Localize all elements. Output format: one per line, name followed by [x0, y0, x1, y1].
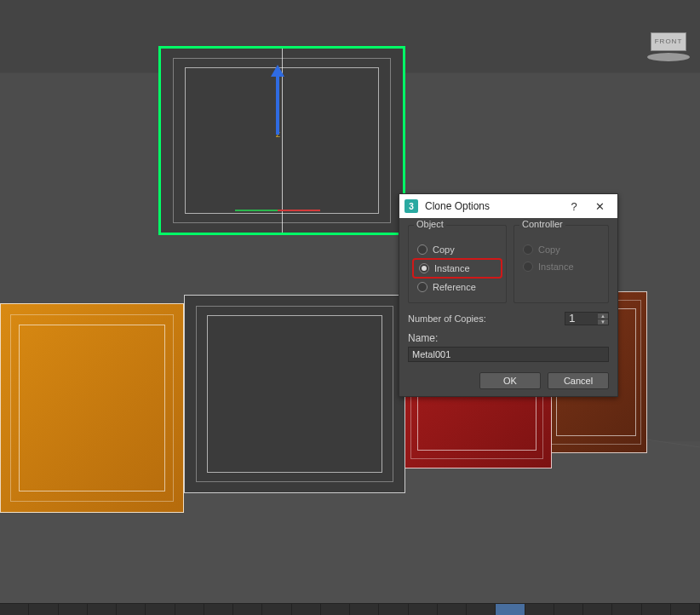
timeline-slot[interactable]: [0, 604, 29, 615]
timeline-slot[interactable]: [117, 604, 146, 615]
radio-label: Reference: [433, 282, 476, 292]
spinner-value[interactable]: [565, 313, 598, 325]
timeline-slot[interactable]: [175, 604, 204, 615]
input-name[interactable]: [408, 347, 609, 362]
radio-icon: [417, 244, 427, 255]
group-controller: Controller Copy Instance: [514, 225, 609, 303]
timeline-slot[interactable]: [88, 604, 117, 615]
dialog-titlebar[interactable]: 3 Clone Options ? ✕: [399, 194, 617, 218]
timeline-slot[interactable]: [409, 604, 438, 615]
group-legend-controller: Controller: [519, 219, 565, 229]
help-button[interactable]: ?: [561, 194, 587, 218]
timeline-slot[interactable]: [29, 604, 58, 615]
dialog-clone-options: 3 Clone Options ? ✕ Object Copy Instance: [399, 193, 618, 397]
close-button[interactable]: ✕: [587, 194, 612, 218]
scene-object-box-orange[interactable]: [0, 303, 184, 513]
radio-icon: [523, 244, 533, 255]
viewcube[interactable]: FRONT: [645, 31, 691, 61]
timeline-slot[interactable]: [262, 604, 291, 615]
radio-label: Copy: [538, 244, 560, 255]
group-legend-object: Object: [414, 219, 446, 229]
timeline-slot[interactable]: [438, 604, 467, 615]
timeline-slot[interactable]: [204, 604, 233, 615]
wire-edge: [282, 49, 283, 233]
timeline-marker[interactable]: [496, 604, 525, 615]
radio-label: Instance: [434, 263, 470, 273]
timeline-slot[interactable]: [642, 604, 671, 615]
timeline-slot[interactable]: [671, 604, 700, 615]
radio-icon: [523, 262, 533, 272]
timeline-slot[interactable]: [554, 604, 583, 615]
group-object: Object Copy Instance Reference: [408, 225, 507, 303]
timeline-slot[interactable]: [350, 604, 379, 615]
radio-object-copy[interactable]: Copy: [416, 241, 499, 258]
timeline-slot[interactable]: [59, 604, 88, 615]
timeline-slot[interactable]: [612, 604, 641, 615]
viewcube-compass[interactable]: [647, 53, 690, 61]
timeline-slot[interactable]: [233, 604, 262, 615]
timeline-slot[interactable]: [321, 604, 350, 615]
viewcube-face-front[interactable]: FRONT: [651, 32, 686, 51]
timeline-slot[interactable]: [146, 604, 175, 615]
radio-icon: [419, 263, 429, 273]
timeline-track[interactable]: [0, 603, 700, 615]
dialog-button-bar: OK Cancel: [399, 367, 617, 398]
radio-controller-instance: Instance: [521, 258, 601, 275]
timeline-slot[interactable]: [583, 604, 612, 615]
dialog-body: Object Copy Instance Reference: [399, 218, 617, 367]
radio-object-reference[interactable]: Reference: [416, 279, 499, 296]
timeline-slot[interactable]: [292, 604, 321, 615]
label-number-of-copies: Number of Copies:: [408, 313, 559, 324]
radio-object-instance[interactable]: Instance: [417, 260, 497, 277]
label-name: Name:: [408, 332, 609, 344]
spinner-buttons[interactable]: ▲ ▼: [598, 313, 608, 325]
ok-button[interactable]: OK: [479, 372, 541, 389]
timeline-slot[interactable]: [379, 604, 408, 615]
radio-icon: [417, 282, 427, 292]
spinner-number-of-copies[interactable]: ▲ ▼: [565, 312, 609, 325]
spinner-down-icon[interactable]: ▼: [598, 319, 608, 325]
timeline-slot[interactable]: [467, 604, 496, 615]
row-number-of-copies: Number of Copies: ▲ ▼: [408, 312, 609, 325]
scene-object-box-gray[interactable]: [184, 295, 405, 493]
radio-controller-copy: Copy: [521, 241, 601, 258]
radio-label: Instance: [538, 262, 574, 272]
app-icon: 3: [405, 199, 418, 213]
wire-edge: [207, 315, 382, 473]
scene-object-selected[interactable]: [159, 47, 405, 234]
radio-label: Copy: [433, 244, 455, 255]
annotation-highlight: Instance: [412, 258, 502, 279]
row-name: Name:: [408, 332, 609, 362]
wire-edge: [19, 325, 164, 491]
timeline-slot[interactable]: [525, 604, 554, 615]
spinner-up-icon[interactable]: ▲: [598, 313, 608, 319]
cancel-button[interactable]: Cancel: [548, 372, 609, 389]
dialog-title: Clone Options: [425, 200, 561, 212]
